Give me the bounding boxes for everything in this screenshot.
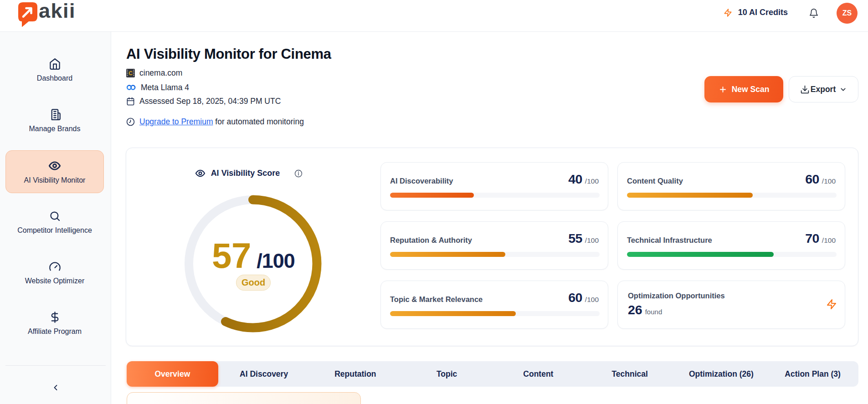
svg-text:C: C	[128, 70, 133, 77]
